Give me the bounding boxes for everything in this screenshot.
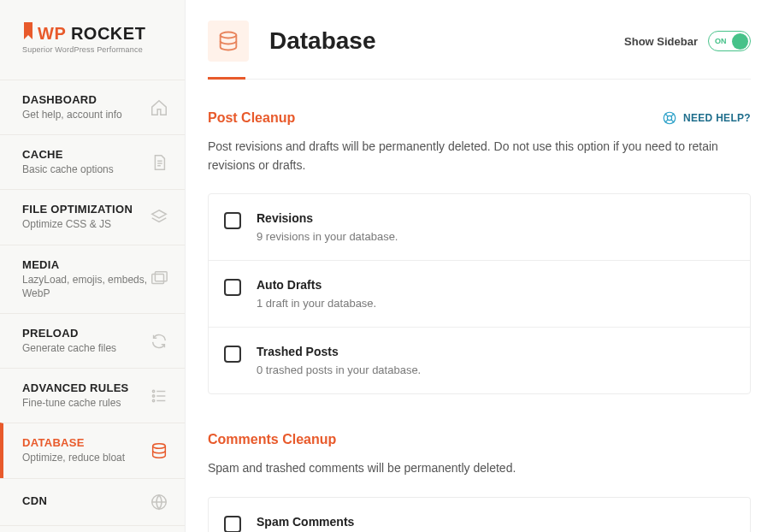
- option-title: Revisions: [257, 211, 398, 225]
- logo: WP ROCKET Superior WordPress Performance: [0, 0, 185, 80]
- svg-point-3: [152, 395, 154, 397]
- nav-item-database[interactable]: DATABASE Optimize, reduce bloat: [0, 423, 185, 477]
- svg-rect-1: [155, 272, 167, 281]
- comments-cleanup-options: Spam Comments: [208, 497, 751, 532]
- post-cleanup-options: Revisions 9 revisions in your database. …: [208, 193, 751, 394]
- nav-item-file-optimization[interactable]: FILE OPTIMIZATION Optimize CSS & JS: [0, 189, 185, 244]
- home-icon: [149, 98, 169, 118]
- svg-point-9: [667, 115, 671, 120]
- globe-icon: [149, 492, 169, 512]
- nav: DASHBOARD Get help, account info CACHE B…: [0, 80, 185, 526]
- section-title: Comments Cleanup: [208, 432, 751, 447]
- nav-desc: Fine-tune cache rules: [22, 396, 129, 410]
- logo-tagline: Superior WordPress Performance: [22, 45, 143, 54]
- layers-icon: [149, 207, 169, 228]
- logo-text: WP ROCKET: [22, 22, 145, 44]
- page-title: Database: [269, 27, 376, 55]
- option-auto-drafts[interactable]: Auto Drafts 1 draft in your database.: [209, 261, 750, 328]
- nav-title: CACHE: [22, 148, 114, 161]
- nav-title: FILE OPTIMIZATION: [22, 203, 133, 216]
- nav-title: DASHBOARD: [22, 93, 122, 106]
- nav-title: PRELOAD: [22, 327, 116, 340]
- nav-desc: Generate cache files: [22, 341, 116, 355]
- section-desc: Post revisions and drafts will be perman…: [208, 138, 751, 174]
- show-sidebar-toggle[interactable]: ON: [708, 31, 751, 51]
- option-title: Spam Comments: [257, 515, 354, 529]
- toggle-knob: [732, 33, 748, 50]
- need-help-link[interactable]: NEED HELP?: [662, 110, 751, 126]
- checkbox[interactable]: [224, 516, 241, 532]
- svg-rect-0: [152, 275, 164, 284]
- svg-point-7: [221, 33, 237, 38]
- svg-point-5: [153, 444, 166, 449]
- svg-point-2: [152, 390, 154, 392]
- list-icon: [149, 386, 169, 406]
- database-icon: [208, 21, 249, 62]
- option-sub: 1 draft in your database.: [257, 297, 376, 310]
- option-sub: 9 revisions in your database.: [257, 230, 398, 243]
- checkbox[interactable]: [224, 212, 241, 229]
- main-content: Database Show Sidebar ON Post Cleanup NE…: [186, 0, 773, 532]
- nav-item-cache[interactable]: CACHE Basic cache options: [0, 134, 185, 189]
- page-header: Database Show Sidebar ON: [208, 21, 751, 62]
- images-icon: [149, 269, 169, 289]
- nav-desc: Optimize CSS & JS: [22, 217, 133, 231]
- help-icon: [662, 110, 677, 126]
- option-spam-comments[interactable]: Spam Comments: [209, 498, 750, 532]
- option-trashed-posts[interactable]: Trashed Posts 0 trashed posts in your da…: [209, 328, 750, 393]
- refresh-icon: [149, 331, 169, 352]
- nav-desc: LazyLoad, emojis, embeds, WebP: [22, 273, 149, 300]
- database-icon: [149, 440, 169, 461]
- nav-title: DATABASE: [22, 436, 125, 449]
- nav-item-cdn[interactable]: CDN: [0, 478, 185, 526]
- section-title: Post Cleanup: [208, 110, 295, 126]
- nav-title: ADVANCED RULES: [22, 381, 129, 394]
- rocket-ribbon-icon: [22, 22, 34, 44]
- tab-underline: [208, 79, 751, 80]
- nav-title: CDN: [22, 494, 47, 507]
- nav-desc: Optimize, reduce bloat: [22, 451, 125, 464]
- show-sidebar-label: Show Sidebar: [624, 35, 698, 48]
- sidebar: WP ROCKET Superior WordPress Performance…: [0, 0, 186, 532]
- section-desc: Spam and trashed comments will be perman…: [208, 459, 751, 478]
- option-revisions[interactable]: Revisions 9 revisions in your database.: [209, 194, 750, 261]
- checkbox[interactable]: [224, 279, 241, 296]
- nav-item-dashboard[interactable]: DASHBOARD Get help, account info: [0, 80, 185, 134]
- option-sub: 0 trashed posts in your database.: [257, 364, 421, 376]
- show-sidebar-control: Show Sidebar ON: [624, 31, 751, 51]
- document-icon: [149, 152, 169, 173]
- checkbox[interactable]: [224, 346, 241, 363]
- nav-item-preload[interactable]: PRELOAD Generate cache files: [0, 313, 185, 368]
- section-post-cleanup: Post Cleanup NEED HELP? Post revisions a…: [208, 110, 751, 394]
- section-comments-cleanup: Comments Cleanup Spam and trashed commen…: [208, 432, 751, 532]
- option-title: Auto Drafts: [257, 278, 376, 292]
- nav-title: MEDIA: [22, 258, 149, 271]
- svg-point-4: [152, 399, 154, 401]
- nav-item-advanced-rules[interactable]: ADVANCED RULES Fine-tune cache rules: [0, 368, 185, 423]
- nav-item-media[interactable]: MEDIA LazyLoad, emojis, embeds, WebP: [0, 245, 185, 313]
- nav-desc: Basic cache options: [22, 163, 114, 176]
- nav-desc: Get help, account info: [22, 108, 122, 121]
- option-title: Trashed Posts: [257, 345, 421, 358]
